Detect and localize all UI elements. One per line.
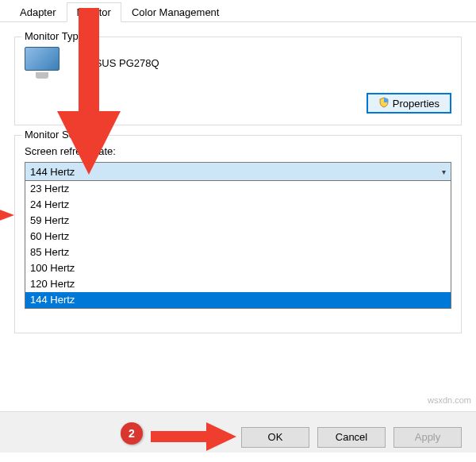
annotation-arrow-right-ok <box>151 421 238 452</box>
properties-button-label: Properties <box>393 98 440 110</box>
svg-marker-3 <box>206 422 236 451</box>
annotation-arrow-down <box>49 0 121 183</box>
refresh-rate-option[interactable]: 144 Hertz <box>25 292 451 308</box>
refresh-rate-option[interactable]: 120 Hertz <box>25 276 451 292</box>
svg-marker-1 <box>0 208 14 222</box>
svg-rect-2 <box>151 431 206 442</box>
watermark: wsxdn.com <box>428 395 471 405</box>
apply-button[interactable]: Apply <box>393 427 462 448</box>
cancel-button[interactable]: Cancel <box>317 427 386 448</box>
refresh-rate-list[interactable]: 23 Hertz24 Hertz59 Hertz60 Hertz85 Hertz… <box>25 180 451 309</box>
refresh-rate-option[interactable]: 100 Hertz <box>25 260 451 276</box>
uac-shield-icon <box>378 97 390 110</box>
refresh-rate-option[interactable]: 60 Hertz <box>25 229 451 244</box>
refresh-rate-option[interactable]: 24 Hertz <box>25 197 451 213</box>
annotation-arrow-right-small <box>0 205 16 225</box>
annotation-badge-2: 2 <box>121 422 143 445</box>
refresh-rate-option[interactable]: 85 Hertz <box>25 244 451 260</box>
chevron-down-icon: ▾ <box>442 167 446 176</box>
tab-color-management[interactable]: Color Management <box>121 2 230 22</box>
refresh-rate-option[interactable]: 59 Hertz <box>25 213 451 229</box>
ok-button[interactable]: OK <box>241 427 309 448</box>
svg-marker-0 <box>57 8 121 175</box>
refresh-rate-option[interactable]: 23 Hertz <box>25 181 451 197</box>
properties-button[interactable]: Properties <box>367 93 451 114</box>
dialog-button-row: OK Cancel Apply <box>0 411 476 452</box>
